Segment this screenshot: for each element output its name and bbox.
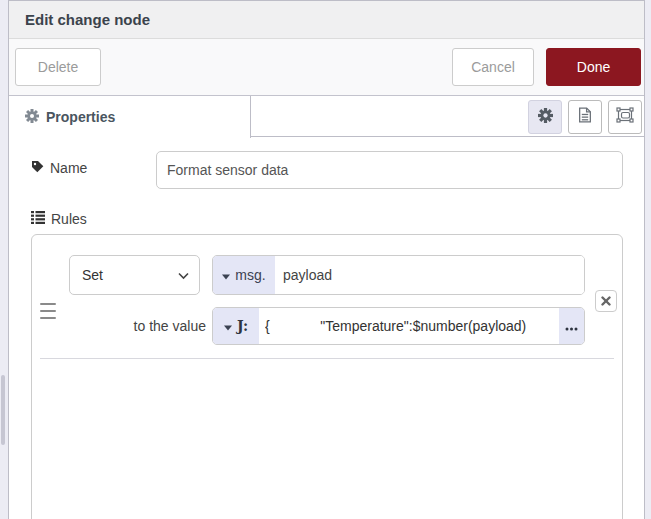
delete-button[interactable]: Delete	[15, 48, 101, 86]
cancel-button[interactable]: Cancel	[452, 48, 534, 86]
rule-item: Set msg. to the value	[31, 234, 623, 519]
value-type-button[interactable]: J:	[213, 308, 259, 344]
rule-action-select[interactable]: Set	[69, 255, 200, 295]
description-view-button[interactable]	[568, 100, 602, 134]
dialog-button-bar: Delete Cancel Done	[9, 39, 644, 96]
workspace-scrollbar-track	[0, 0, 8, 519]
rules-section-label: Rules	[31, 211, 87, 227]
rule-action-value: Set	[82, 267, 178, 283]
property-input[interactable]	[275, 256, 584, 294]
gear-icon	[538, 108, 553, 127]
delete-rule-button[interactable]	[595, 290, 617, 312]
to-value-label: to the value	[134, 318, 206, 334]
name-label-text: Name	[50, 160, 87, 176]
expression-value[interactable]: { "Temperature":$number(payload)	[265, 308, 559, 344]
workspace-scrollbar-thumb[interactable]	[1, 375, 5, 445]
x-icon	[601, 292, 611, 310]
properties-view-button[interactable]	[528, 100, 562, 134]
tab-row: Properties	[9, 96, 644, 137]
rules-label-text: Rules	[51, 211, 87, 227]
dialog-title: Edit change node	[25, 11, 150, 28]
chevron-down-icon	[178, 267, 189, 283]
right-backdrop-strip	[645, 0, 651, 519]
caret-down-icon	[222, 267, 230, 283]
expand-expression-button[interactable]	[559, 308, 584, 344]
rule-divider	[40, 358, 614, 359]
drag-handle-icon[interactable]	[40, 303, 56, 319]
gear-icon	[25, 109, 39, 126]
property-type-button[interactable]: msg.	[213, 256, 275, 294]
list-icon	[31, 211, 45, 227]
node-appearance-icon	[616, 107, 634, 127]
caret-down-icon	[224, 318, 232, 334]
name-field-label: Name	[31, 160, 87, 176]
appearance-view-button[interactable]	[608, 100, 642, 134]
document-icon	[578, 107, 592, 127]
node-red-editor: Edit change node Delete Cancel Done	[0, 0, 651, 519]
name-input[interactable]	[156, 151, 623, 189]
done-button[interactable]: Done	[546, 48, 641, 86]
rule-property-field: msg.	[212, 255, 585, 295]
ellipsis-icon	[565, 317, 578, 335]
tab-properties[interactable]: Properties	[9, 96, 251, 138]
edit-change-node-dialog: Edit change node Delete Cancel Done	[8, 0, 645, 519]
tag-icon	[31, 160, 44, 176]
rule-value-field: J: { "Temperature":$number(payload)	[212, 307, 585, 345]
property-type-label: msg.	[235, 267, 265, 283]
jsonata-type-icon: J:	[237, 318, 248, 334]
tab-properties-label: Properties	[46, 109, 115, 125]
dialog-header: Edit change node	[9, 1, 644, 39]
